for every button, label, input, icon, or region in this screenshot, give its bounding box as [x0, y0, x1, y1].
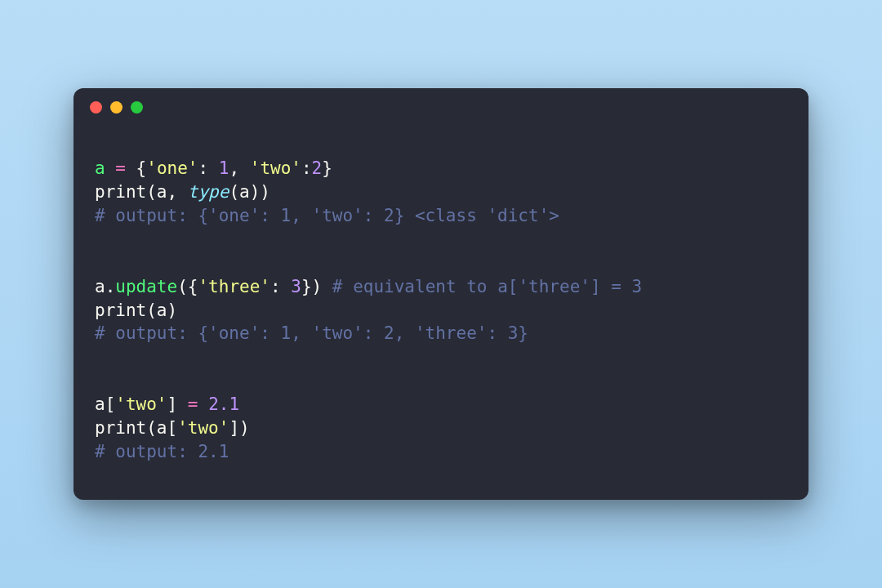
code-window: a = {'one': 1, 'two':2} print(a, type(a)…	[74, 88, 808, 501]
code-token: 2.1	[208, 394, 239, 414]
code-token: a[	[95, 394, 115, 414]
code-token	[105, 158, 116, 178]
code-line: # output: 2.1	[95, 442, 229, 461]
code-token: a	[95, 158, 105, 178]
minimize-icon[interactable]	[110, 101, 122, 114]
code-block: a = {'one': 1, 'two':2} print(a, type(a)…	[74, 127, 808, 501]
code-token: type	[188, 182, 229, 202]
code-token	[198, 394, 208, 414]
code-token: (a[	[146, 418, 177, 438]
code-token: 'one'	[146, 158, 198, 178]
code-token: (a))	[229, 182, 270, 202]
code-token: # output: 2.1	[95, 442, 229, 461]
code-token: print	[95, 182, 146, 202]
code-token: }	[322, 158, 332, 178]
code-token: })	[301, 277, 332, 296]
code-line: print(a['two'])	[95, 418, 250, 438]
code-token: ({	[177, 277, 198, 296]
code-line: print(a, type(a))	[95, 182, 270, 202]
titlebar	[74, 88, 808, 127]
code-token: 3	[291, 277, 301, 296]
code-token: ]	[167, 394, 188, 414]
code-token: print	[95, 418, 146, 438]
code-line: a = {'one': 1, 'two':2}	[95, 158, 332, 178]
code-token: 'two'	[250, 158, 301, 178]
code-token: :	[198, 158, 218, 178]
close-icon[interactable]	[90, 101, 102, 114]
code-token: =	[115, 158, 126, 178]
code-token: 'two'	[177, 418, 229, 438]
code-token: {	[126, 158, 146, 178]
code-token: ,	[229, 158, 249, 178]
code-token: # output: {'one': 1, 'two': 2, 'three': …	[95, 323, 528, 343]
code-token: 2	[312, 158, 323, 178]
code-line: a.update({'three': 3}) # equivalent to a…	[95, 277, 642, 296]
code-token: a.	[95, 277, 115, 296]
code-token: :	[270, 277, 291, 296]
code-token: ])	[229, 418, 249, 438]
code-token: =	[188, 394, 198, 414]
code-token: 'two'	[115, 394, 167, 414]
maximize-icon[interactable]	[131, 101, 143, 114]
code-token: update	[115, 277, 177, 296]
code-token: (a)	[146, 301, 177, 320]
code-token: 1	[219, 158, 229, 178]
code-line: # output: {'one': 1, 'two': 2} <class 'd…	[95, 206, 559, 225]
code-token: print	[95, 301, 146, 320]
code-line: a['two'] = 2.1	[95, 394, 239, 414]
code-token: (a,	[146, 182, 188, 202]
code-token: 'three'	[198, 277, 270, 296]
code-token: :	[301, 158, 312, 178]
code-line: print(a)	[95, 301, 177, 320]
code-token: # equivalent to a['three'] = 3	[332, 277, 642, 296]
code-token: # output: {'one': 1, 'two': 2} <class 'd…	[95, 206, 559, 225]
code-line: # output: {'one': 1, 'two': 2, 'three': …	[95, 323, 528, 343]
